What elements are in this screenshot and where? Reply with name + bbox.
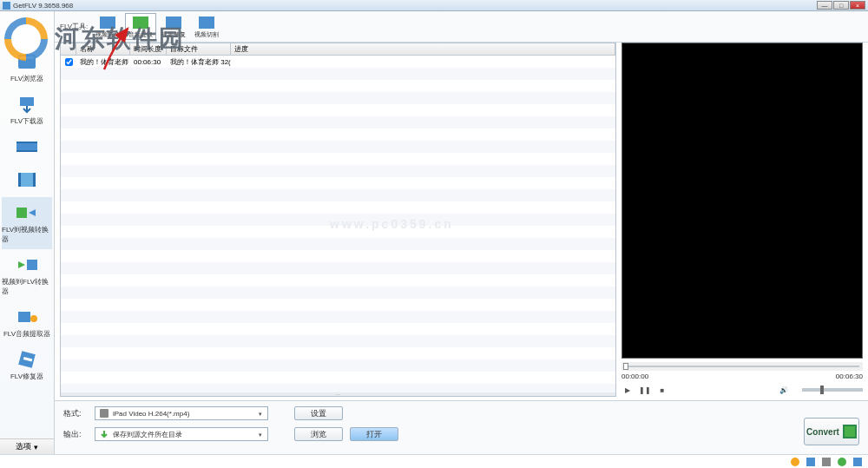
- row-duration: 00:06:30: [130, 58, 167, 66]
- svg-rect-8: [33, 173, 36, 187]
- minimize-button[interactable]: —: [817, 1, 832, 10]
- volume-icon[interactable]: 🔊: [778, 384, 790, 396]
- row-target: 我的！体育老师 32(1).mp4: [167, 57, 231, 67]
- film-icon: [15, 169, 39, 190]
- repair-icon: [164, 15, 183, 30]
- header-target[interactable]: 目标文件: [167, 43, 231, 55]
- filmstrip-icon: [15, 136, 39, 157]
- time-total: 00:06:30: [836, 372, 863, 380]
- options-label: 选项: [16, 441, 31, 452]
- sidebar-item-audio-extract[interactable]: FLV音频提取器: [2, 301, 52, 344]
- output-label: 输出:: [63, 429, 88, 440]
- output-form: 格式: iPad Video H.264(*.mp4) ▾ 设置 输出: 保存到…: [55, 400, 868, 454]
- window-title: GetFLV 9.3658.968: [13, 2, 817, 10]
- svg-rect-19: [100, 409, 108, 418]
- list-body[interactable]: 我的！体育老师 32 00:06:30 我的！体育老师 32(1).mp4: [61, 56, 615, 392]
- sidebar-item-label: FLV到视频转换器: [2, 225, 52, 244]
- format-value: iPad Video H.264(*.mp4): [113, 410, 189, 418]
- svg-rect-4: [16, 142, 37, 143]
- svg-rect-24: [822, 458, 831, 466]
- folder-arrow-icon: [99, 429, 109, 439]
- sidebar-item-flv-downloader[interactable]: FLV下载器: [2, 89, 52, 131]
- sidebar-item-label: FLV音频提取器: [3, 329, 50, 339]
- tray-icon-3[interactable]: [821, 457, 832, 467]
- convert-reverse-icon: [15, 254, 39, 275]
- options-button[interactable]: 选项 ▾: [0, 438, 54, 454]
- player-controls: ▶ ❚❚ ■ 🔊: [621, 383, 863, 397]
- tab-label: 音频提取: [128, 30, 153, 39]
- time-current: 00:00:00: [621, 372, 648, 380]
- format-combo[interactable]: iPad Video H.264(*.mp4) ▾: [95, 406, 268, 420]
- svg-rect-1: [20, 56, 34, 59]
- svg-rect-10: [27, 260, 37, 270]
- svg-point-22: [791, 458, 799, 466]
- tray-icon-1[interactable]: [790, 457, 800, 467]
- browse-button[interactable]: 浏览: [294, 427, 343, 441]
- chevron-down-icon: ▾: [34, 443, 38, 452]
- output-combo[interactable]: 保存到源文件所在目录 ▾: [95, 427, 268, 441]
- play-button[interactable]: ▶: [621, 384, 634, 396]
- seek-thumb[interactable]: [623, 363, 628, 370]
- svg-rect-23: [806, 458, 815, 466]
- svg-rect-2: [20, 97, 34, 106]
- sidebar-item-3[interactable]: [2, 131, 52, 164]
- maximize-button[interactable]: □: [833, 1, 849, 10]
- tab-video-cut[interactable]: 视频切割: [191, 13, 222, 40]
- repair-icon: [15, 349, 39, 370]
- tray-icon-5[interactable]: [852, 457, 863, 467]
- stop-button[interactable]: ■: [656, 384, 668, 396]
- svg-point-25: [838, 458, 846, 466]
- sidebar-item-video-to-flv[interactable]: 视频到FLV转换器: [2, 249, 52, 301]
- sidebar-item-flv-browser[interactable]: FLV浏览器: [2, 46, 52, 89]
- svg-rect-26: [853, 458, 862, 466]
- film-convert-icon: [843, 425, 857, 438]
- tab-label: 视频转换: [95, 30, 120, 39]
- sidebar-item-repair[interactable]: FLV修复器: [2, 344, 52, 386]
- format-label: 格式:: [63, 408, 88, 419]
- video-preview[interactable]: [621, 43, 863, 359]
- list-header: 名称 时间长度 目标文件 进度: [61, 43, 615, 56]
- row-name: 我的！体育老师 32: [76, 57, 130, 67]
- tab-audio-extract[interactable]: 音频提取: [125, 13, 156, 40]
- film-icon: [98, 15, 117, 30]
- svg-rect-7: [18, 173, 21, 187]
- download-icon: [15, 94, 39, 115]
- toolbar-label: FLV工具:: [60, 22, 88, 31]
- tray-icon-2[interactable]: [806, 457, 816, 467]
- convert-button[interactable]: Convert: [804, 418, 859, 445]
- settings-button[interactable]: 设置: [294, 406, 343, 420]
- header-duration[interactable]: 时间长度: [130, 43, 167, 55]
- toolbar-tabs: FLV工具: 视频转换 音频提取 视频修复 视频切割: [55, 11, 868, 43]
- volume-slider[interactable]: [802, 388, 863, 392]
- pause-button[interactable]: ❚❚: [639, 384, 651, 396]
- close-button[interactable]: ×: [850, 1, 865, 10]
- header-checkbox[interactable]: [61, 43, 76, 55]
- header-progress[interactable]: 进度: [231, 43, 615, 55]
- splitter-handle[interactable]: [61, 392, 615, 396]
- sidebar-item-label: FLV浏览器: [10, 74, 43, 83]
- sidebar-item-flv-to-video[interactable]: FLV到视频转换器: [2, 197, 52, 249]
- preview-pane: 00:00:00 00:06:30 ▶ ❚❚ ■ 🔊: [621, 43, 863, 397]
- list-row[interactable]: 我的！体育老师 32 00:06:30 我的！体育老师 32(1).mp4: [61, 56, 615, 68]
- tray-icon-4[interactable]: [837, 457, 847, 467]
- browser-icon: [15, 51, 39, 72]
- tab-video-repair[interactable]: 视频修复: [158, 13, 189, 40]
- seek-slider[interactable]: [621, 362, 863, 371]
- sidebar-item-label: FLV修复器: [10, 372, 43, 381]
- header-name[interactable]: 名称: [76, 43, 130, 55]
- chevron-down-icon: ▾: [255, 409, 266, 419]
- svg-rect-9: [16, 208, 27, 218]
- app-icon: [3, 2, 10, 10]
- open-button[interactable]: 打开: [350, 427, 398, 441]
- svg-point-12: [30, 315, 37, 322]
- device-icon: [99, 408, 109, 419]
- svg-rect-16: [133, 16, 148, 29]
- tab-video-convert[interactable]: 视频转换: [92, 13, 123, 40]
- file-list-pane: 名称 时间长度 目标文件 进度 我的！体育老师 32 00:06:30 我的！体…: [60, 43, 616, 397]
- svg-rect-21: [845, 426, 855, 437]
- convert-label: Convert: [806, 427, 839, 437]
- window-titlebar: GetFLV 9.3658.968 — □ ×: [0, 0, 868, 11]
- cut-icon: [197, 15, 216, 30]
- row-checkbox[interactable]: [65, 58, 73, 66]
- sidebar-item-4[interactable]: [2, 164, 52, 197]
